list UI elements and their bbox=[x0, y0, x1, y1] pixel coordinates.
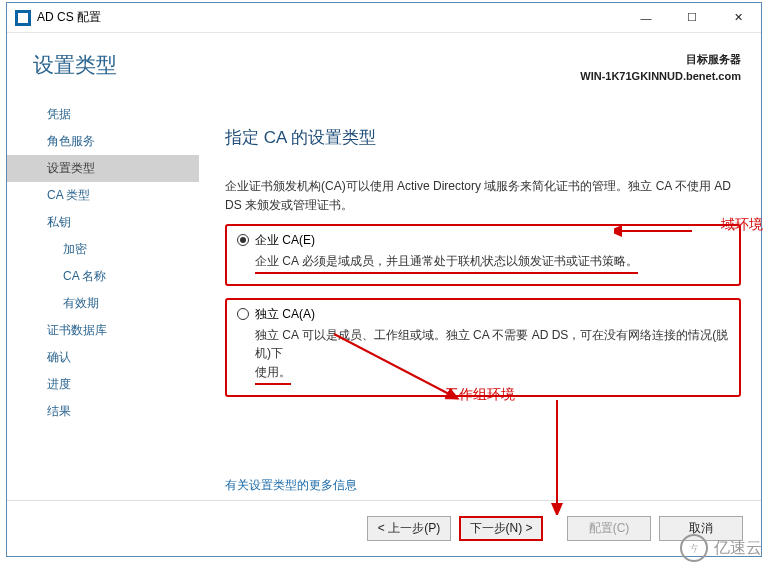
nav-item-cryptography[interactable]: 加密 bbox=[7, 236, 199, 263]
section-heading: 指定 CA 的设置类型 bbox=[225, 126, 741, 149]
titlebar: AD CS 配置 — ☐ ✕ bbox=[7, 3, 761, 33]
sidebar: 设置类型 凭据 角色服务 设置类型 CA 类型 私钥 加密 CA 名称 有效期 … bbox=[7, 33, 199, 500]
configure-button[interactable]: 配置(C) bbox=[567, 516, 651, 541]
window-title: AD CS 配置 bbox=[37, 9, 101, 26]
more-info-link[interactable]: 有关设置类型的更多信息 bbox=[225, 477, 357, 494]
window-controls: — ☐ ✕ bbox=[623, 3, 761, 32]
next-button[interactable]: 下一步(N) > bbox=[459, 516, 543, 541]
radio-enterprise-ca-label: 企业 CA(E) bbox=[255, 232, 315, 249]
app-icon bbox=[15, 10, 31, 26]
nav-list: 凭据 角色服务 设置类型 CA 类型 私钥 加密 CA 名称 有效期 证书数据库… bbox=[7, 97, 199, 425]
radio-standalone-ca-label: 独立 CA(A) bbox=[255, 306, 315, 323]
nav-item-progress[interactable]: 进度 bbox=[7, 371, 199, 398]
section-description: 企业证书颁发机构(CA)可以使用 Active Directory 域服务来简化… bbox=[225, 177, 741, 214]
option-standalone-ca[interactable]: 独立 CA(A) 独立 CA 可以是成员、工作组或域。独立 CA 不需要 AD … bbox=[225, 298, 741, 397]
nav-item-private-key[interactable]: 私钥 bbox=[7, 209, 199, 236]
nav-item-ca-type[interactable]: CA 类型 bbox=[7, 182, 199, 209]
maximize-button[interactable]: ☐ bbox=[669, 3, 715, 32]
radio-standalone-ca[interactable] bbox=[237, 308, 249, 320]
target-label: 目标服务器 bbox=[225, 51, 741, 68]
prev-button[interactable]: < 上一步(P) bbox=[367, 516, 451, 541]
nav-item-validity[interactable]: 有效期 bbox=[7, 290, 199, 317]
option-enterprise-ca[interactable]: 企业 CA(E) 企业 CA 必须是域成员，并且通常处于联机状态以颁发证书或证书… bbox=[225, 224, 741, 286]
main-panel: 目标服务器 WIN-1K71GKINNUD.benet.com 指定 CA 的设… bbox=[199, 33, 761, 500]
annotation-workgroup-env: 工作组环境 bbox=[445, 386, 515, 404]
radio-enterprise-ca[interactable] bbox=[237, 234, 249, 246]
target-hostname: WIN-1K71GKINNUD.benet.com bbox=[225, 68, 741, 85]
content-area: 设置类型 凭据 角色服务 设置类型 CA 类型 私钥 加密 CA 名称 有效期 … bbox=[7, 33, 761, 500]
cancel-button[interactable]: 取消 bbox=[659, 516, 743, 541]
nav-item-confirm[interactable]: 确认 bbox=[7, 344, 199, 371]
close-button[interactable]: ✕ bbox=[715, 3, 761, 32]
nav-item-results[interactable]: 结果 bbox=[7, 398, 199, 425]
nav-item-cert-db[interactable]: 证书数据库 bbox=[7, 317, 199, 344]
target-server-box: 目标服务器 WIN-1K71GKINNUD.benet.com bbox=[225, 51, 741, 84]
radio-enterprise-ca-help: 企业 CA 必须是域成员，并且通常处于联机状态以颁发证书或证书策略。 bbox=[255, 252, 729, 274]
wizard-window: AD CS 配置 — ☐ ✕ 设置类型 凭据 角色服务 设置类型 CA 类型 私… bbox=[6, 2, 762, 557]
nav-item-setup-type[interactable]: 设置类型 bbox=[7, 155, 199, 182]
nav-item-role-services[interactable]: 角色服务 bbox=[7, 128, 199, 155]
radio-standalone-ca-help: 独立 CA 可以是成员、工作组或域。独立 CA 不需要 AD DS，可在没有网络… bbox=[255, 326, 729, 385]
page-title: 设置类型 bbox=[7, 51, 199, 97]
annotation-domain-env: 域环境 bbox=[721, 216, 763, 234]
nav-item-ca-name[interactable]: CA 名称 bbox=[7, 263, 199, 290]
wizard-footer: < 上一步(P) 下一步(N) > 配置(C) 取消 bbox=[7, 500, 761, 556]
arrow-icon bbox=[539, 395, 579, 515]
nav-item-credentials[interactable]: 凭据 bbox=[7, 101, 199, 128]
minimize-button[interactable]: — bbox=[623, 3, 669, 32]
